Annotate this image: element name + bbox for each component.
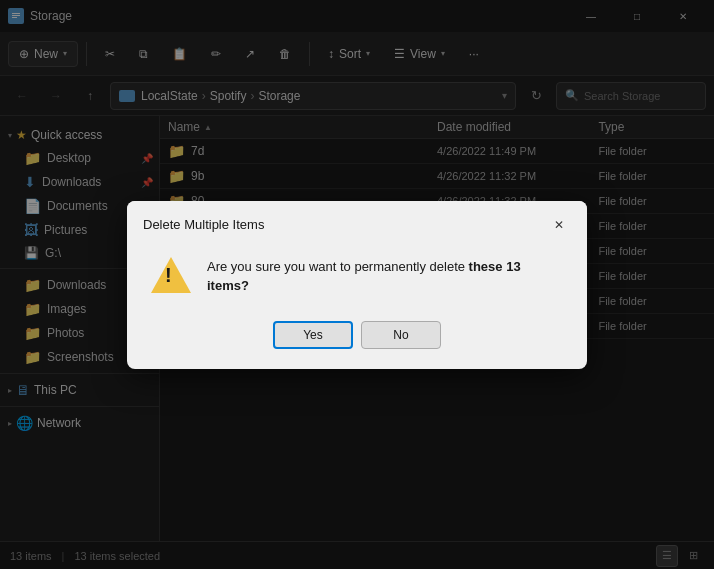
dialog-body: Are you sure you want to permanently del… [127, 245, 587, 317]
yes-button[interactable]: Yes [273, 321, 353, 349]
dialog-overlay: Delete Multiple Items ✕ Are you sure you… [0, 0, 714, 569]
dialog-title: Delete Multiple Items [143, 217, 264, 232]
no-button[interactable]: No [361, 321, 441, 349]
dialog-footer: Yes No [127, 317, 587, 369]
dialog-close-button[interactable]: ✕ [547, 213, 571, 237]
delete-dialog: Delete Multiple Items ✕ Are you sure you… [127, 201, 587, 369]
dialog-title-bar: Delete Multiple Items ✕ [127, 201, 587, 245]
dialog-message: Are you sure you want to permanently del… [207, 258, 563, 294]
warning-icon [151, 257, 191, 297]
warning-triangle [151, 257, 191, 293]
